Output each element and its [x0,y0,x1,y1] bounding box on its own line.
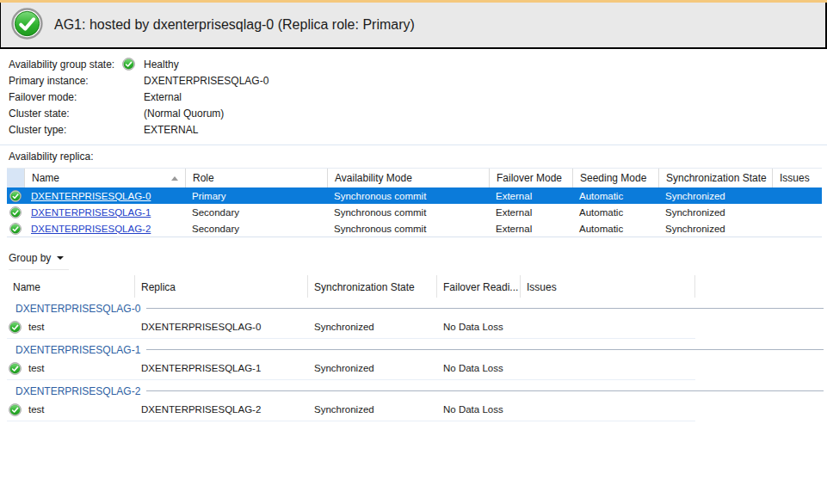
summary-row: Cluster type:EXTERNAL [9,121,827,138]
replica-name-cell: DXENTERPRISESQLAG-2 [24,224,185,234]
summary-field-value: DXENTERPRISESQLAG-0 [144,75,268,87]
replica-status-cell [7,223,24,235]
column-header-label: Name [32,172,59,184]
database-row[interactable]: testDXENTERPRISESQLAG-1SynchronizedNo Da… [7,357,695,380]
summary-field-label: Availability group state: [9,58,122,71]
replica-row[interactable]: DXENTERPRISESQLAG-2SecondarySynchronous … [7,220,822,237]
database-name: test [28,363,45,373]
group-header-rule [146,390,824,391]
database-name-cell: test [7,403,135,416]
database-replica-cell: DXENTERPRISESQLAG-1 [135,363,308,373]
column-header-label: Synchronization State [666,172,767,184]
summary-row: Availability group state:Healthy [9,56,827,72]
healthy-check-icon [9,223,22,235]
replica-table: NameRoleAvailability ModeFailover ModeSe… [7,168,822,237]
replica-row[interactable]: DXENTERPRISESQLAG-0PrimarySynchronous co… [7,187,822,204]
availability-group-dashboard: AG1: hosted by dxenterprisesqlag-0 (Repl… [0,0,827,504]
database-table-body: DXENTERPRISESQLAG-0testDXENTERPRISESQLAG… [0,301,827,421]
replica-availability-mode-cell: Synchronous commit [327,224,489,234]
column-header-failover-mode[interactable]: Failover Mode [489,169,572,187]
summary-icon-slot [122,58,144,71]
summary-field-value: Healthy [144,58,179,71]
database-failover-readiness-cell: No Data Loss [437,322,521,332]
database-name-cell: test [7,362,135,375]
replica-availability-mode-cell: Synchronous commit [327,207,489,218]
column-header-label: Role [193,172,214,184]
database-synchronization-state-cell: Synchronized [308,404,437,415]
database-synchronization-state-cell: Synchronized [308,322,437,332]
database-name-cell: test [7,321,135,334]
database-row[interactable]: testDXENTERPRISESQLAG-0SynchronizedNo Da… [7,316,695,339]
column-header-synchronization-state[interactable]: Synchronization State [658,169,772,187]
column-header-issues[interactable]: Issues [772,169,822,187]
database-name: test [28,404,45,415]
replica-availability-mode-cell: Synchronous commit [327,191,489,201]
replica-name-link[interactable]: DXENTERPRISESQLAG-1 [31,207,151,218]
summary-field-value: EXTERNAL [144,124,198,136]
group-header-rule [146,308,824,309]
column-header-availability-mode[interactable]: Availability Mode [327,169,489,187]
replica-synchronization-state-cell: Synchronized [658,207,772,218]
healthy-check-icon [9,403,22,416]
database-table-header: NameReplicaSynchronization StateFailover… [7,275,827,298]
summary-field-label: Cluster state: [9,108,122,120]
summary-field-value: (Normal Quorum) [144,108,224,120]
chevron-down-icon [57,256,64,260]
replica-seeding-mode-cell: Automatic [572,224,658,234]
replica-table-body: DXENTERPRISESQLAG-0PrimarySynchronous co… [7,187,822,237]
replica-status-cell [7,190,24,202]
summary-field-value: External [144,91,182,103]
db-column-header-synchronization-state[interactable]: Synchronization State [308,275,437,298]
db-column-header-failover-readi[interactable]: Failover Readi... [437,275,521,298]
column-header-label: Failover Mode [497,172,562,184]
database-row[interactable]: testDXENTERPRISESQLAG-2SynchronizedNo Da… [7,398,695,421]
healthy-check-icon [122,58,135,71]
healthy-check-icon [9,321,22,334]
replica-failover-mode-cell: External [489,207,572,218]
column-header-seeding-mode[interactable]: Seeding Mode [572,169,658,187]
replica-name-cell: DXENTERPRISESQLAG-0 [24,191,185,201]
replica-failover-mode-cell: External [489,224,572,234]
column-header-label: Seeding Mode [580,172,646,184]
db-column-header-label: Replica [141,281,176,293]
db-column-header-issues[interactable]: Issues [521,275,695,298]
summary-field-label: Cluster type: [9,124,122,136]
replica-role-cell: Secondary [185,207,327,218]
database-name: test [28,322,45,332]
replica-table-header: NameRoleAvailability ModeFailover ModeSe… [7,169,822,187]
group-by-button[interactable]: Group by [9,250,69,270]
healthy-check-icon [9,362,22,375]
healthy-check-icon [9,206,22,218]
group-header[interactable]: DXENTERPRISESQLAG-2 [7,384,827,398]
db-column-header-label: Name [13,281,40,293]
group-header[interactable]: DXENTERPRISESQLAG-0 [7,301,827,316]
database-synchronization-state-cell: Synchronized [308,363,437,373]
group-header[interactable]: DXENTERPRISESQLAG-1 [7,342,827,357]
column-header-role[interactable]: Role [185,169,327,187]
summary-field-label: Failover mode: [9,91,122,103]
dashboard-header: AG1: hosted by dxenterprisesqlag-0 (Repl… [0,3,827,49]
replica-name-link[interactable]: DXENTERPRISESQLAG-2 [31,224,151,234]
replica-row[interactable]: DXENTERPRISESQLAG-1SecondarySynchronous … [7,204,822,220]
replica-seeding-mode-cell: Automatic [572,191,658,201]
column-header-label: Availability Mode [335,172,412,184]
db-column-header-label: Failover Readi... [443,281,518,293]
replica-seeding-mode-cell: Automatic [572,207,658,218]
replica-status-cell [7,206,24,218]
db-column-header-name[interactable]: Name [7,275,135,298]
group-by-label: Group by [9,252,51,264]
summary-fields: Availability group state:HealthyPrimary … [0,49,827,138]
db-column-header-label: Synchronization State [314,281,415,293]
healthy-check-icon [11,8,43,40]
status-icon-column-header[interactable] [7,169,24,187]
group-header-label: DXENTERPRISESQLAG-1 [7,344,140,356]
group-header-label: DXENTERPRISESQLAG-2 [7,385,140,397]
availability-replica-label: Availability replica: [9,151,827,163]
group-header-rule [146,349,824,350]
replica-role-cell: Secondary [185,224,327,234]
column-header-name[interactable]: Name [24,169,185,187]
summary-row: Failover mode:External [9,89,827,105]
replica-name-link[interactable]: DXENTERPRISESQLAG-0 [31,191,151,201]
db-column-header-replica[interactable]: Replica [135,275,308,298]
page-title: AG1: hosted by dxenterprisesqlag-0 (Repl… [54,17,415,33]
